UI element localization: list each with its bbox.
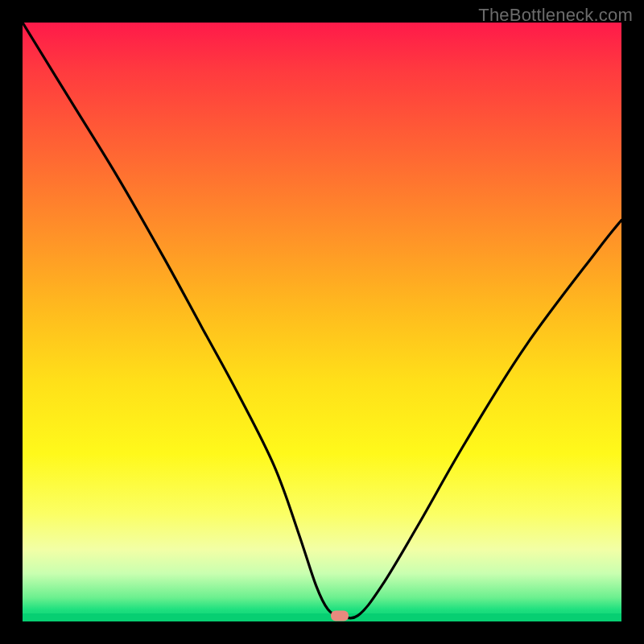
bottleneck-curve (23, 23, 621, 618)
chart-frame: TheBottleneck.com (0, 0, 644, 644)
curve-svg-layer (23, 23, 621, 621)
watermark-text: TheBottleneck.com (478, 5, 633, 26)
optimal-marker (331, 610, 349, 621)
plot-area (23, 23, 621, 621)
